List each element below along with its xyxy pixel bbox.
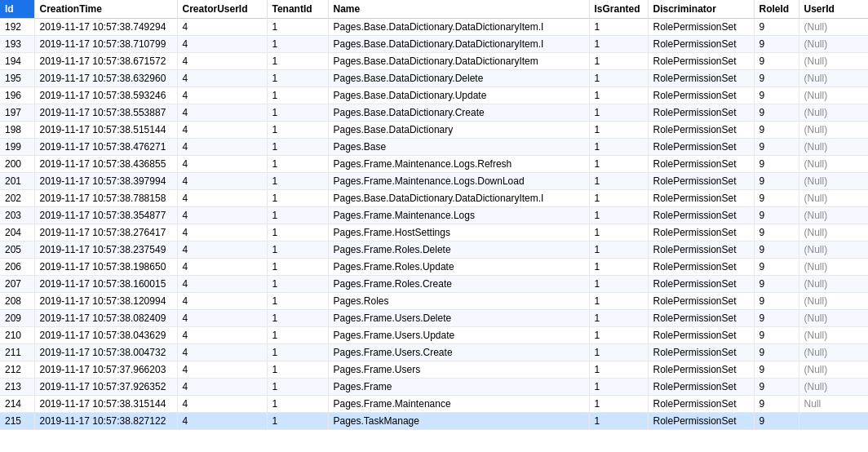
cell-discriminator: RolePermissionSet xyxy=(648,104,754,122)
cell-tenant-id: 1 xyxy=(267,36,328,53)
cell-is-granted: 1 xyxy=(589,259,648,276)
cell-creation-time: 2019-11-17 10:57:38.160015 xyxy=(34,276,177,293)
cell-creation-time: 2019-11-17 10:57:38.788158 xyxy=(34,190,177,207)
cell-id: 200 xyxy=(0,156,34,173)
table-row[interactable]: 209 2019-11-17 10:57:38.082409 4 1 Pages… xyxy=(0,310,868,327)
cell-creation-time: 2019-11-17 10:57:38.436855 xyxy=(34,156,177,173)
table-row[interactable]: 192 2019-11-17 10:57:38.749294 4 1 Pages… xyxy=(0,19,868,36)
cell-creator-user-id: 4 xyxy=(177,122,267,139)
cell-role-id: 9 xyxy=(754,361,799,379)
table-row[interactable]: 213 2019-11-17 10:57:37.926352 4 1 Pages… xyxy=(0,379,868,396)
cell-creator-user-id: 4 xyxy=(177,70,267,87)
table-row[interactable]: 197 2019-11-17 10:57:38.553887 4 1 Pages… xyxy=(0,104,868,122)
col-header-discriminator[interactable]: Discriminator xyxy=(648,0,754,19)
cell-name: Pages.Frame.Maintenance.Logs.DownLoad xyxy=(328,173,589,190)
table-row[interactable]: 196 2019-11-17 10:57:38.593246 4 1 Pages… xyxy=(0,87,868,104)
table-row[interactable]: 205 2019-11-17 10:57:38.237549 4 1 Pages… xyxy=(0,242,868,259)
cell-creation-time: 2019-11-17 10:57:38.632960 xyxy=(34,70,177,87)
cell-tenant-id: 1 xyxy=(267,173,328,190)
cell-creator-user-id: 4 xyxy=(177,190,267,207)
cell-name: Pages.Frame.Users.Update xyxy=(328,327,589,344)
table-row[interactable]: 214 2019-11-17 10:57:38.315144 4 1 Pages… xyxy=(0,396,868,413)
cell-role-id: 9 xyxy=(754,173,799,190)
table-row[interactable]: 207 2019-11-17 10:57:38.160015 4 1 Pages… xyxy=(0,276,868,293)
cell-id: 209 xyxy=(0,310,34,327)
table-row[interactable]: 201 2019-11-17 10:57:38.397994 4 1 Pages… xyxy=(0,173,868,190)
col-header-creation-time[interactable]: CreationTime xyxy=(34,0,177,19)
cell-tenant-id: 1 xyxy=(267,327,328,344)
table-row[interactable]: 203 2019-11-17 10:57:38.354877 4 1 Pages… xyxy=(0,207,868,224)
cell-creator-user-id: 4 xyxy=(177,361,267,379)
col-header-id[interactable]: Id xyxy=(0,0,34,19)
col-header-name[interactable]: Name xyxy=(328,0,589,19)
cell-role-id: 9 xyxy=(754,242,799,259)
cell-tenant-id: 1 xyxy=(267,242,328,259)
table-row[interactable]: 212 2019-11-17 10:57:37.966203 4 1 Pages… xyxy=(0,361,868,379)
table-row[interactable]: 204 2019-11-17 10:57:38.276417 4 1 Pages… xyxy=(0,224,868,242)
cell-tenant-id: 1 xyxy=(267,413,328,430)
cell-user-id: (Null) xyxy=(799,242,868,259)
cell-discriminator: RolePermissionSet xyxy=(648,139,754,156)
cell-creation-time: 2019-11-17 10:57:38.237549 xyxy=(34,242,177,259)
cell-user-id: (Null) xyxy=(799,207,868,224)
col-header-is-granted[interactable]: IsGranted xyxy=(589,0,648,19)
cell-user-id: (Null) xyxy=(799,19,868,36)
cell-creator-user-id: 4 xyxy=(177,413,267,430)
cell-is-granted: 1 xyxy=(589,344,648,361)
cell-discriminator: RolePermissionSet xyxy=(648,224,754,242)
cell-name: Pages.Frame.Roles.Create xyxy=(328,276,589,293)
cell-discriminator: RolePermissionSet xyxy=(648,310,754,327)
cell-name: Pages.Roles xyxy=(328,293,589,310)
table-row[interactable]: 195 2019-11-17 10:57:38.632960 4 1 Pages… xyxy=(0,70,868,87)
table-row[interactable]: 206 2019-11-17 10:57:38.198650 4 1 Pages… xyxy=(0,259,868,276)
cell-discriminator: RolePermissionSet xyxy=(648,190,754,207)
cell-creator-user-id: 4 xyxy=(177,53,267,70)
table-row[interactable]: 211 2019-11-17 10:57:38.004732 4 1 Pages… xyxy=(0,344,868,361)
col-header-user-id[interactable]: UserId xyxy=(799,0,868,19)
cell-id: 215 xyxy=(0,413,34,430)
cell-tenant-id: 1 xyxy=(267,276,328,293)
cell-user-id: (Null) xyxy=(799,173,868,190)
table-row[interactable]: 193 2019-11-17 10:57:38.710799 4 1 Pages… xyxy=(0,36,868,53)
cell-discriminator: RolePermissionSet xyxy=(648,344,754,361)
cell-tenant-id: 1 xyxy=(267,396,328,413)
cell-role-id: 9 xyxy=(754,53,799,70)
col-header-creator-user-id[interactable]: CreatorUserId xyxy=(177,0,267,19)
cell-is-granted: 1 xyxy=(589,207,648,224)
table-row[interactable]: 199 2019-11-17 10:57:38.476271 4 1 Pages… xyxy=(0,139,868,156)
cell-creation-time: 2019-11-17 10:57:37.926352 xyxy=(34,379,177,396)
cell-creator-user-id: 4 xyxy=(177,87,267,104)
col-header-tenant-id[interactable]: TenantId xyxy=(267,0,328,19)
cell-discriminator: RolePermissionSet xyxy=(648,53,754,70)
cell-creation-time: 2019-11-17 10:57:38.120994 xyxy=(34,293,177,310)
cell-id: 202 xyxy=(0,190,34,207)
cell-creator-user-id: 4 xyxy=(177,276,267,293)
cell-role-id: 9 xyxy=(754,87,799,104)
cell-user-id: (Null) xyxy=(799,70,868,87)
cell-tenant-id: 1 xyxy=(267,379,328,396)
col-header-role-id[interactable]: RoleId xyxy=(754,0,799,19)
cell-creation-time: 2019-11-17 10:57:38.198650 xyxy=(34,259,177,276)
cell-user-id: (Null) xyxy=(799,293,868,310)
table-row[interactable]: 202 2019-11-17 10:57:38.788158 4 1 Pages… xyxy=(0,190,868,207)
cell-creation-time: 2019-11-17 10:57:37.966203 xyxy=(34,361,177,379)
cell-creation-time: 2019-11-17 10:57:38.004732 xyxy=(34,344,177,361)
table-row[interactable]: 215 2019-11-17 10:57:38.827122 4 1 Pages… xyxy=(0,413,868,430)
table-row[interactable]: 208 2019-11-17 10:57:38.120994 4 1 Pages… xyxy=(0,293,868,310)
cell-role-id: 9 xyxy=(754,36,799,53)
table-row[interactable]: 200 2019-11-17 10:57:38.436855 4 1 Pages… xyxy=(0,156,868,173)
cell-creator-user-id: 4 xyxy=(177,396,267,413)
table-row[interactable]: 210 2019-11-17 10:57:38.043629 4 1 Pages… xyxy=(0,327,868,344)
cell-id: 214 xyxy=(0,396,34,413)
cell-discriminator: RolePermissionSet xyxy=(648,396,754,413)
cell-creator-user-id: 4 xyxy=(177,327,267,344)
cell-role-id: 9 xyxy=(754,19,799,36)
table-row[interactable]: 198 2019-11-17 10:57:38.515144 4 1 Pages… xyxy=(0,122,868,139)
cell-role-id: 9 xyxy=(754,327,799,344)
table-row[interactable]: 194 2019-11-17 10:57:38.671572 4 1 Pages… xyxy=(0,53,868,70)
cell-discriminator: RolePermissionSet xyxy=(648,19,754,36)
cell-is-granted: 1 xyxy=(589,36,648,53)
cell-discriminator: RolePermissionSet xyxy=(648,207,754,224)
cell-is-granted: 1 xyxy=(589,396,648,413)
cell-id: 194 xyxy=(0,53,34,70)
